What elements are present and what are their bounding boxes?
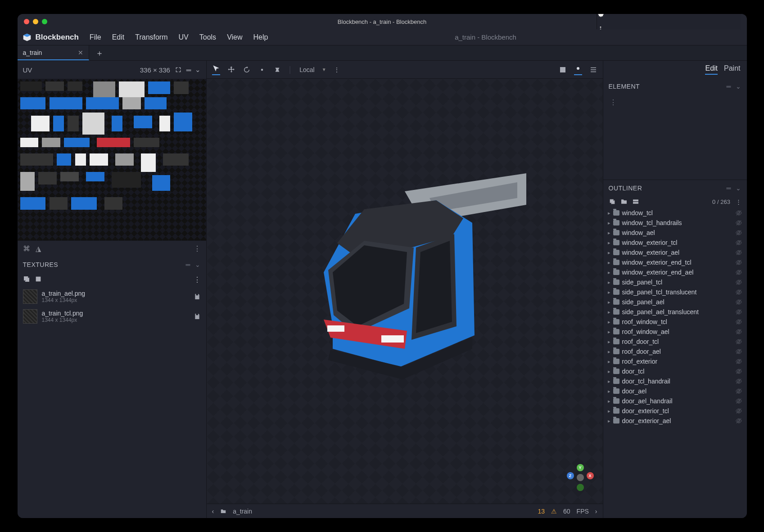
- visibility-icon[interactable]: [735, 407, 742, 415]
- outliner-node[interactable]: ▸ window_ael: [603, 228, 747, 238]
- menu-file[interactable]: File: [85, 32, 106, 43]
- outliner-node[interactable]: ▸ door_ael: [603, 386, 747, 396]
- more-vert-icon[interactable]: ⋮: [334, 66, 340, 73]
- outliner-node[interactable]: ▸ side_panel_tcl: [603, 277, 747, 287]
- visibility-icon[interactable]: [735, 368, 742, 375]
- outliner-node[interactable]: ▸ side_panel_ael: [603, 297, 747, 307]
- outliner-node[interactable]: ▸ window_exterior_end_ael: [603, 267, 747, 277]
- coord-space-dropdown[interactable]: Local: [299, 66, 314, 73]
- chevron-right-icon[interactable]: ▸: [608, 260, 610, 266]
- fullscreen-window-button[interactable]: [42, 19, 47, 24]
- chevron-right-icon[interactable]: ▸: [608, 240, 610, 246]
- mode-edit[interactable]: Edit: [705, 64, 718, 75]
- chevron-right-icon[interactable]: ▸: [608, 250, 610, 256]
- chevron-right-icon[interactable]: ▸: [608, 319, 610, 325]
- visibility-icon[interactable]: [735, 358, 742, 365]
- outliner-node[interactable]: ▸ door_tcl_handrail: [603, 376, 747, 386]
- visibility-icon[interactable]: [735, 388, 742, 395]
- chevron-right-icon[interactable]: ▸: [608, 379, 610, 384]
- menu-help[interactable]: Help: [249, 32, 273, 43]
- brand[interactable]: Blockbench: [22, 32, 79, 42]
- more-vert-icon[interactable]: ⋮: [194, 244, 201, 253]
- outliner-node[interactable]: ▸ door_exterior_ael: [603, 416, 747, 426]
- visibility-icon[interactable]: [735, 269, 742, 276]
- menu-transform[interactable]: Transform: [131, 32, 172, 43]
- texture-row[interactable]: a_train_ael.png 1344 x 1344px: [18, 287, 206, 307]
- more-vert-icon[interactable]: ⋮: [736, 198, 741, 205]
- mirror-icon[interactable]: ◮: [36, 244, 41, 253]
- outliner-node[interactable]: ▸ side_panel_tcl_translucent: [603, 287, 747, 297]
- breadcrumb[interactable]: a_train: [233, 508, 252, 515]
- outliner-node[interactable]: ▸ roof_exterior: [603, 356, 747, 366]
- menu-tools[interactable]: Tools: [195, 32, 221, 43]
- create-texture-icon[interactable]: [23, 275, 30, 284]
- equals-icon[interactable]: ═: [186, 66, 190, 74]
- visibility-icon[interactable]: [735, 219, 742, 226]
- chevron-right-icon[interactable]: ▸: [608, 349, 610, 355]
- background-icon[interactable]: [559, 66, 567, 74]
- chevron-right-icon[interactable]: ▸: [608, 220, 610, 226]
- chevron-down-icon[interactable]: ⌄: [195, 66, 201, 74]
- visibility-icon[interactable]: [735, 417, 742, 424]
- orientation-gizmo[interactable]: Y X Z: [567, 464, 594, 491]
- menu-icon[interactable]: [589, 66, 597, 74]
- puzzle-icon[interactable]: [597, 14, 741, 18]
- move-tool-icon[interactable]: [212, 64, 220, 75]
- chevron-down-icon[interactable]: ⌄: [195, 261, 201, 268]
- visibility-icon[interactable]: [735, 378, 742, 385]
- chevron-right-icon[interactable]: ▸: [608, 309, 610, 315]
- viewport-canvas[interactable]: Y X Z: [207, 79, 603, 504]
- visibility-icon[interactable]: [735, 308, 742, 316]
- chevron-right-icon[interactable]: ▸: [608, 359, 610, 365]
- chevron-right-icon[interactable]: ▸: [608, 210, 610, 216]
- visibility-icon[interactable]: [735, 249, 742, 256]
- outliner-node[interactable]: ▸ door_ael_handrail: [603, 396, 747, 406]
- visibility-icon[interactable]: [735, 318, 742, 325]
- new-tab-button[interactable]: ＋: [89, 48, 110, 59]
- outliner-node[interactable]: ▸ window_tcl_handrails: [603, 218, 747, 228]
- menu-edit[interactable]: Edit: [108, 32, 129, 43]
- outliner-node[interactable]: ▸ door_exterior_tcl: [603, 406, 747, 416]
- minimize-window-button[interactable]: [33, 19, 38, 24]
- outliner-node[interactable]: ▸ window_exterior_tcl: [603, 238, 747, 248]
- fullscreen-icon[interactable]: [175, 66, 182, 73]
- visibility-icon[interactable]: [735, 229, 742, 236]
- menu-uv[interactable]: UV: [174, 32, 193, 43]
- save-texture-icon[interactable]: [194, 293, 201, 300]
- chevron-right-icon[interactable]: ▸: [608, 418, 610, 424]
- chevron-right-icon[interactable]: ▸: [608, 398, 610, 404]
- outliner-node[interactable]: ▸ roof_window_tcl: [603, 317, 747, 327]
- outliner-node[interactable]: ▸ side_panel_ael_translucent: [603, 307, 747, 317]
- warning-icon[interactable]: ⚠: [551, 508, 557, 515]
- visibility-icon[interactable]: [735, 239, 742, 246]
- chevron-right-icon[interactable]: ▸: [608, 289, 610, 295]
- import-texture-icon[interactable]: [35, 275, 42, 284]
- visibility-icon[interactable]: [735, 348, 742, 355]
- outliner-node[interactable]: ▸ window_exterior_end_tcl: [603, 257, 747, 267]
- add-group-icon[interactable]: [620, 198, 628, 205]
- add-cube-icon[interactable]: [609, 198, 616, 205]
- outliner-node[interactable]: ▸ roof_door_ael: [603, 347, 747, 356]
- chevron-right-icon[interactable]: ▸: [608, 388, 610, 394]
- chevron-left-icon[interactable]: ‹: [212, 508, 214, 515]
- chevron-right-icon[interactable]: ▸: [608, 369, 610, 374]
- outliner-node[interactable]: ▸ door_tcl: [603, 366, 747, 376]
- outliner-node[interactable]: ▸ roof_window_ael: [603, 327, 747, 337]
- equals-icon[interactable]: ═: [727, 83, 731, 90]
- visibility-icon[interactable]: [735, 338, 742, 345]
- visibility-icon[interactable]: [735, 259, 742, 266]
- close-tab-icon[interactable]: ✕: [78, 49, 83, 56]
- more-vert-icon[interactable]: ⋮: [194, 275, 201, 284]
- visibility-icon[interactable]: [735, 298, 742, 306]
- outliner-node[interactable]: ▸ roof_door_tcl: [603, 337, 747, 347]
- link-icon[interactable]: ⌘: [23, 244, 30, 253]
- scale-tool-icon[interactable]: [258, 66, 266, 74]
- equals-icon[interactable]: ═: [186, 261, 190, 268]
- chevron-right-icon[interactable]: ▸: [608, 329, 610, 335]
- shading-icon[interactable]: [574, 64, 582, 75]
- outliner-node[interactable]: ▸ window_tcl: [603, 208, 747, 218]
- visibility-icon[interactable]: [735, 397, 742, 405]
- chevron-right-icon[interactable]: ▸: [608, 280, 610, 285]
- outliner-node[interactable]: ▸ window_exterior_ael: [603, 248, 747, 257]
- outliner-tree[interactable]: ▸ window_tcl ▸ window_tcl_handrails ▸ wi…: [603, 207, 747, 518]
